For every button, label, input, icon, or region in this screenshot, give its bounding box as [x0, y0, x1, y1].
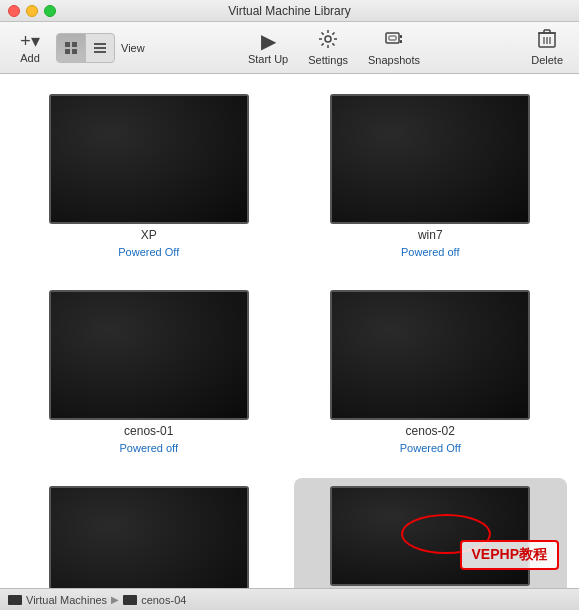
grid-view-button[interactable] — [57, 34, 86, 62]
toolbar: +▾ Add View ▶ Start Up — [0, 22, 579, 74]
startup-button[interactable]: ▶ Start Up — [240, 27, 296, 69]
svg-point-7 — [325, 36, 331, 42]
settings-button[interactable]: Settings — [300, 25, 356, 70]
snapshots-icon — [384, 29, 404, 52]
grid-icon — [64, 41, 78, 55]
settings-icon — [318, 29, 338, 52]
vm-screen-win7 — [330, 94, 530, 224]
svg-rect-3 — [72, 49, 77, 54]
svg-rect-5 — [94, 47, 106, 49]
svg-rect-9 — [389, 36, 396, 40]
vm-screen-cenos02 — [330, 290, 530, 420]
delete-label: Delete — [531, 54, 563, 66]
vm-item-win7[interactable]: win7 Powered off — [294, 86, 568, 266]
svg-rect-0 — [65, 42, 70, 47]
add-icon: +▾ — [20, 32, 40, 50]
vm-item-cenos03[interactable]: cenos-03 Powered Off — [12, 478, 286, 588]
delete-button[interactable]: Delete — [523, 25, 571, 70]
close-button[interactable] — [8, 5, 20, 17]
breadcrumb-separator: ▶ — [111, 594, 119, 605]
status-bar: Virtual Machines ▶ cenos-04 — [0, 588, 579, 610]
snapshots-label: Snapshots — [368, 54, 420, 66]
list-view-button[interactable] — [86, 34, 114, 62]
vm-name-cenos02: cenos-02 — [406, 424, 455, 438]
window-title: Virtual Machine Library — [228, 4, 351, 18]
svg-rect-4 — [94, 43, 106, 45]
vm-status-win7: Powered off — [401, 246, 460, 258]
vm-status-cenos01: Powered off — [119, 442, 178, 454]
vm-name-win7: win7 — [418, 228, 443, 242]
snapshots-button[interactable]: Snapshots — [360, 25, 428, 70]
vm-screen-cenos04 — [330, 486, 530, 586]
vm-item-cenos02[interactable]: cenos-02 Powered Off — [294, 282, 568, 462]
add-button[interactable]: +▾ Add — [8, 28, 52, 68]
title-bar: Virtual Machine Library — [0, 0, 579, 22]
vm-name-cenos01: cenos-01 — [124, 424, 173, 438]
vm-screen-cenos01 — [49, 290, 249, 420]
vm-screen-cenos03 — [49, 486, 249, 588]
list-icon — [93, 41, 107, 55]
breadcrumb-item: cenos-04 — [141, 594, 186, 606]
vm-icon — [123, 595, 137, 605]
svg-rect-2 — [65, 49, 70, 54]
minimize-button[interactable] — [26, 5, 38, 17]
svg-rect-1 — [72, 42, 77, 47]
vm-item-xp[interactable]: XP Powered Off — [12, 86, 286, 266]
svg-rect-8 — [386, 33, 399, 43]
traffic-lights[interactable] — [8, 5, 56, 17]
delete-icon — [538, 29, 556, 52]
breadcrumb-root: Virtual Machines — [26, 594, 107, 606]
vm-status-cenos02: Powered Off — [400, 442, 461, 454]
settings-label: Settings — [308, 54, 348, 66]
vm-library-icon — [8, 595, 22, 605]
startup-label: Start Up — [248, 53, 288, 65]
svg-rect-11 — [400, 40, 402, 43]
startup-icon: ▶ — [261, 31, 276, 51]
vm-screen-xp — [49, 94, 249, 224]
view-label: View — [121, 42, 145, 54]
view-toggle — [56, 33, 115, 63]
vm-name-xp: XP — [141, 228, 157, 242]
vm-grid: XP Powered Off win7 Powered off cenos-01… — [0, 74, 579, 588]
svg-rect-10 — [400, 35, 402, 38]
vm-item-cenos04[interactable]: cenos-04 Po... — [294, 478, 568, 588]
maximize-button[interactable] — [44, 5, 56, 17]
vm-item-cenos01[interactable]: cenos-01 Powered off — [12, 282, 286, 462]
add-label: Add — [20, 52, 40, 64]
svg-rect-6 — [94, 51, 106, 53]
vm-status-xp: Powered Off — [118, 246, 179, 258]
